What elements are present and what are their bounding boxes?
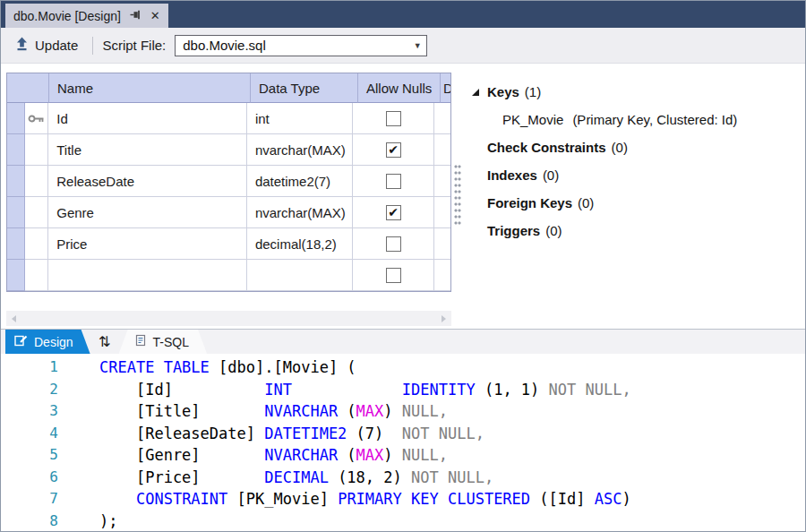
horizontal-scrollbar[interactable]: [6, 311, 451, 326]
code-token: NOT NULL,: [402, 425, 484, 442]
tsql-editor[interactable]: 1CREATE TABLE [dbo].[Movie] (2 [Id] INT …: [1, 354, 805, 532]
code-token: CREATE TABLE: [99, 358, 210, 376]
pane-splitter[interactable]: [453, 64, 462, 329]
row-header-cell[interactable]: [7, 260, 25, 291]
close-icon[interactable]: ✕: [150, 9, 160, 22]
table-row[interactable]: Genrenvarchar(MAX)✔: [7, 197, 450, 228]
allow-nulls-checkbox[interactable]: [386, 236, 401, 252]
code-text[interactable]: [ReleaseDate] DATETIME2 (7) NOT NULL,: [65, 423, 484, 445]
tab-tsql[interactable]: T-SQL: [119, 330, 207, 354]
data-type-cell[interactable]: nvarchar(MAX): [247, 197, 353, 228]
table-row[interactable]: [7, 260, 450, 291]
row-header-cell[interactable]: [7, 197, 25, 228]
code-token: [99, 490, 136, 508]
data-type-cell[interactable]: decimal(18,2): [247, 228, 353, 260]
column-header-allow-nulls[interactable]: Allow Nulls: [358, 73, 441, 103]
code-text[interactable]: [Id] INT IDENTITY (1, 1) NOT NULL,: [65, 379, 631, 401]
tree-item-count: (1): [525, 84, 541, 99]
code-token: ([Id]: [530, 490, 595, 508]
column-name-cell[interactable]: Id: [48, 103, 247, 134]
code-token: ): [383, 402, 401, 420]
row-header-cell[interactable]: [7, 166, 25, 197]
script-file-dropdown[interactable]: dbo.Movie.sql ▼: [175, 35, 427, 56]
code-token: DECIMAL: [264, 468, 329, 486]
code-token: [Id]: [99, 381, 264, 399]
tree-item-label: Check Constraints: [487, 140, 606, 155]
grid-header-row: NameData TypeAllow NullsD: [7, 73, 450, 103]
column-name-cell[interactable]: Title: [48, 134, 247, 166]
code-token: IDENTITY: [402, 381, 476, 399]
code-token: INT: [264, 381, 292, 399]
column-name-cell[interactable]: ReleaseDate: [48, 166, 247, 197]
context-pane: Keys(1)PK_Movie(Primary Key, Clustered: …: [462, 64, 805, 329]
data-type-cell[interactable]: nvarchar(MAX): [247, 134, 353, 166]
code-text[interactable]: [Title] NVARCHAR (MAX) NULL,: [65, 400, 448, 423]
code-text[interactable]: );: [65, 511, 117, 532]
document-tab-title: dbo.Movie [Design]: [13, 9, 121, 23]
tree-child-item[interactable]: PK_Movie(Primary Key, Clustered: Id): [462, 106, 805, 133]
tree-item-foreign-keys[interactable]: Foreign Keys(0): [462, 189, 805, 217]
script-file-label: Script File:: [102, 38, 166, 53]
row-icon-cell: [25, 228, 49, 260]
tab-design[interactable]: Design: [5, 330, 90, 354]
column-name-cell[interactable]: Genre: [48, 197, 247, 228]
scrollbar-track[interactable]: [21, 311, 436, 326]
column-header-data-type[interactable]: Data Type: [251, 73, 358, 103]
column-name-cell[interactable]: [48, 260, 247, 291]
code-token: (7): [347, 425, 401, 442]
code-token: NVARCHAR: [264, 402, 338, 420]
code-token: );: [99, 512, 117, 530]
code-token: NOT NULL,: [549, 381, 631, 399]
scroll-left-icon[interactable]: [6, 311, 21, 326]
table-row[interactable]: Idint: [7, 103, 450, 134]
data-type-cell[interactable]: [247, 260, 353, 291]
column-name-cell[interactable]: Price: [48, 228, 247, 260]
table-row[interactable]: ReleaseDatedatetime2(7): [7, 166, 450, 197]
code-text[interactable]: CONSTRAINT [PK_Movie] PRIMARY KEY CLUSTE…: [65, 488, 631, 511]
update-label: Update: [35, 38, 78, 53]
allow-nulls-checkbox[interactable]: ✔: [386, 205, 401, 220]
update-button[interactable]: Update: [10, 34, 83, 56]
table-row[interactable]: Pricedecimal(18,2): [7, 228, 450, 260]
code-text[interactable]: [Genre] NVARCHAR (MAX) NULL,: [65, 444, 448, 467]
partial-cell: [434, 197, 450, 228]
pin-icon[interactable]: [130, 9, 141, 23]
expander-icon[interactable]: [472, 89, 479, 96]
row-header-cell[interactable]: [7, 134, 25, 166]
design-tab-icon: [14, 334, 28, 349]
data-type-cell[interactable]: int: [247, 103, 353, 134]
allow-nulls-checkbox[interactable]: [386, 174, 401, 189]
code-token: NVARCHAR: [264, 446, 338, 464]
code-text[interactable]: CREATE TABLE [dbo].[Movie] (: [65, 356, 356, 379]
chevron-down-icon: ▼: [408, 41, 426, 50]
code-line: 5 [Genre] NVARCHAR (MAX) NULL,: [1, 444, 805, 467]
allow-nulls-checkbox[interactable]: ✔: [386, 142, 401, 158]
tree-item-count: (0): [545, 223, 562, 238]
row-icon-cell: [25, 134, 49, 166]
code-line: 6 [Price] DECIMAL (18, 2) NOT NULL,: [1, 467, 805, 489]
tree-item-keys[interactable]: Keys(1): [462, 78, 805, 106]
allow-nulls-checkbox[interactable]: [386, 268, 401, 283]
code-token: ): [622, 490, 630, 508]
tree-item-check-constraints[interactable]: Check Constraints(0): [462, 133, 805, 161]
code-token: NULL,: [402, 402, 448, 420]
data-type-cell[interactable]: datetime2(7): [247, 166, 353, 197]
tree-item-indexes[interactable]: Indexes(0): [462, 161, 805, 189]
table-row[interactable]: Titlenvarchar(MAX)✔: [7, 134, 450, 166]
row-icon-cell: [25, 260, 49, 291]
scroll-right-icon[interactable]: [436, 311, 451, 326]
row-header-cell[interactable]: [7, 103, 25, 134]
row-header-cell[interactable]: [7, 228, 25, 260]
document-tab[interactable]: dbo.Movie [Design] ✕: [5, 4, 168, 28]
line-number: 7: [1, 488, 65, 511]
code-text[interactable]: [Price] DECIMAL (18, 2) NOT NULL,: [65, 467, 493, 489]
partial-cell: [434, 103, 450, 134]
code-token: MAX: [356, 446, 384, 464]
code-token: PRIMARY KEY CLUSTERED: [338, 490, 530, 508]
allow-nulls-checkbox[interactable]: [386, 111, 401, 126]
column-header-name[interactable]: Name: [49, 73, 251, 103]
grid-corner-cell: [7, 73, 49, 103]
swap-panes-button[interactable]: ⇅: [90, 330, 119, 354]
designer-main: NameData TypeAllow NullsD IdintTitlenvar…: [1, 64, 805, 329]
tree-item-triggers[interactable]: Triggers(0): [462, 217, 805, 245]
